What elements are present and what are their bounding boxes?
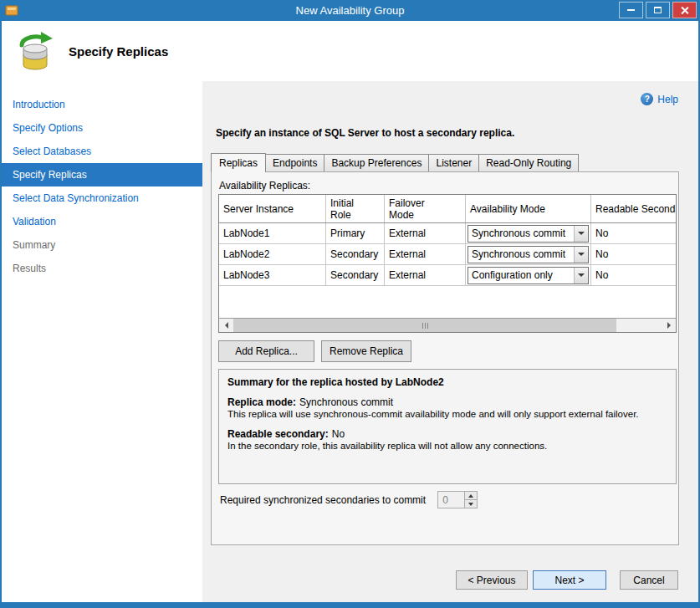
tab-replicas[interactable]: Replicas xyxy=(211,153,266,172)
tab-endpoints[interactable]: Endpoints xyxy=(265,154,324,171)
chevron-down-icon[interactable] xyxy=(574,268,588,284)
help-link[interactable]: Help xyxy=(641,93,678,105)
cancel-button[interactable]: Cancel xyxy=(620,570,678,590)
failover-mode-cell[interactable]: External xyxy=(385,244,466,264)
server-instance-cell[interactable]: LabNode2 xyxy=(219,244,326,264)
replica-actions: Add Replica... Remove Replica xyxy=(218,340,411,362)
readable-secondary-cell[interactable]: No xyxy=(591,244,677,264)
chevron-down-icon[interactable] xyxy=(574,247,588,263)
failover-mode-cell[interactable]: External xyxy=(385,223,466,243)
next-button[interactable]: Next > xyxy=(533,570,606,590)
replica-row-labnode2[interactable]: LabNode2 Secondary External Synchronous … xyxy=(219,244,676,265)
sidebar-item-select-data-synchronization[interactable]: Select Data Synchronization xyxy=(2,186,202,210)
wizard-steps-sidebar: Introduction Specify Options Select Data… xyxy=(2,81,202,602)
server-instance-cell[interactable]: LabNode3 xyxy=(219,265,326,285)
sidebar-item-summary: Summary xyxy=(2,233,202,257)
spinner-down-button[interactable] xyxy=(465,500,477,508)
tab-read-only-routing[interactable]: Read-Only Routing xyxy=(478,154,579,171)
required-secondaries-label: Required synchronized secondaries to com… xyxy=(220,494,426,506)
replica-tabs: Replicas Endpoints Backup Preferences Li… xyxy=(211,153,578,171)
scroll-right-icon xyxy=(667,322,671,329)
scrollbar-thumb[interactable] xyxy=(233,319,616,332)
instruction-text: Specify an instance of SQL Server to hos… xyxy=(216,127,514,139)
readable-secondary-description: In the secondary role, this availability… xyxy=(227,441,667,451)
sidebar-item-specify-options[interactable]: Specify Options xyxy=(2,116,202,140)
titlebar: New Availability Group xyxy=(0,0,700,21)
availability-mode-value: Configuration only xyxy=(468,268,574,284)
new-availability-group-window: New Availability Group Specify Replicas … xyxy=(0,0,700,608)
wizard-header: Specify Replicas xyxy=(2,21,698,81)
sidebar-item-select-databases[interactable]: Select Databases xyxy=(2,140,202,163)
minimize-icon xyxy=(627,9,635,11)
close-button[interactable] xyxy=(672,2,697,18)
availability-replicas-grid: Server Instance Initial Role Failover Mo… xyxy=(218,194,677,333)
failover-mode-cell[interactable]: External xyxy=(385,265,466,285)
availability-replicas-label: Availability Replicas: xyxy=(219,180,310,192)
scroll-left-icon xyxy=(225,322,228,329)
maximize-icon xyxy=(654,7,662,13)
minimize-button[interactable] xyxy=(619,2,643,18)
maximize-button[interactable] xyxy=(646,2,670,18)
availability-mode-value: Synchronous commit xyxy=(468,247,574,263)
spinner-up-button[interactable] xyxy=(465,492,477,500)
replica-row-labnode1[interactable]: LabNode1 Primary External Synchronous co… xyxy=(219,223,676,244)
column-header-availability-mode[interactable]: Availability Mode xyxy=(466,195,591,222)
readable-secondary-cell[interactable]: No xyxy=(591,223,677,243)
horizontal-scrollbar[interactable] xyxy=(219,318,676,332)
down-arrow-icon xyxy=(468,503,473,506)
scroll-left-button[interactable] xyxy=(219,319,233,332)
help-icon xyxy=(641,93,653,105)
sidebar-item-specify-replicas[interactable]: Specify Replicas xyxy=(2,163,202,186)
window-title: New Availability Group xyxy=(296,4,405,17)
up-arrow-icon xyxy=(468,494,473,498)
column-header-failover-mode[interactable]: Failover Mode xyxy=(385,195,466,222)
sidebar-item-results: Results xyxy=(2,257,202,280)
replicas-tab-panel: Availability Replicas: Server Instance I… xyxy=(211,171,679,545)
availability-mode-dropdown[interactable]: Synchronous commit xyxy=(468,246,589,263)
thumb-grip xyxy=(425,323,426,329)
remove-replica-button[interactable]: Remove Replica xyxy=(321,340,411,362)
app-icon[interactable] xyxy=(5,3,18,17)
replica-mode-label: Replica mode: xyxy=(227,396,296,408)
sidebar-item-validation[interactable]: Validation xyxy=(2,210,202,233)
initial-role-cell[interactable]: Secondary xyxy=(326,244,385,264)
replica-mode-line: Replica mode:Synchronous commit xyxy=(227,396,667,408)
required-secondaries-row: Required synchronized secondaries to com… xyxy=(220,491,478,508)
sidebar-item-introduction[interactable]: Introduction xyxy=(2,93,202,116)
availability-mode-cell: Configuration only xyxy=(466,265,591,285)
spinner-buttons xyxy=(464,492,477,508)
page-title: Specify Replicas xyxy=(69,44,168,59)
availability-mode-dropdown[interactable]: Configuration only xyxy=(468,267,589,284)
column-header-server-instance[interactable]: Server Instance xyxy=(219,195,326,222)
previous-button[interactable]: < Previous xyxy=(456,570,528,590)
thumb-grip xyxy=(422,323,423,329)
summary-title: Summary for the replica hosted by LabNod… xyxy=(227,376,667,388)
window-controls xyxy=(619,2,697,18)
replica-mode-value: Synchronous commit xyxy=(299,396,393,408)
close-icon xyxy=(680,6,689,15)
main-content: Help Specify an instance of SQL Server t… xyxy=(202,81,698,602)
column-header-initial-role[interactable]: Initial Role xyxy=(326,195,385,222)
replica-mode-description: This replica will use synchronous-commit… xyxy=(227,409,667,419)
scroll-right-button[interactable] xyxy=(662,319,676,332)
availability-mode-value: Synchronous commit xyxy=(468,226,574,242)
initial-role-cell[interactable]: Secondary xyxy=(326,265,385,285)
initial-role-cell[interactable]: Primary xyxy=(326,223,385,243)
thumb-grip xyxy=(427,323,428,329)
help-label: Help xyxy=(657,94,678,105)
chevron-down-icon[interactable] xyxy=(574,226,588,242)
replica-row-labnode3[interactable]: LabNode3 Secondary External Configuratio… xyxy=(219,265,676,286)
availability-group-database-icon xyxy=(15,31,55,73)
readable-secondary-cell[interactable]: No xyxy=(591,265,677,285)
tab-backup-preferences[interactable]: Backup Preferences xyxy=(324,154,429,171)
availability-mode-dropdown[interactable]: Synchronous commit xyxy=(468,225,589,243)
server-instance-cell[interactable]: LabNode1 xyxy=(219,223,326,243)
grid-empty-area xyxy=(219,286,676,318)
tab-listener[interactable]: Listener xyxy=(428,154,479,171)
readable-secondary-line: Readable secondary:No xyxy=(227,428,667,440)
secondaries-spinner[interactable]: 0 xyxy=(437,491,478,508)
scrollbar-track[interactable] xyxy=(233,319,662,332)
secondaries-value[interactable]: 0 xyxy=(438,492,464,508)
column-header-readable-secondary[interactable]: Readable Secondary xyxy=(591,195,677,222)
add-replica-button[interactable]: Add Replica... xyxy=(218,340,314,362)
